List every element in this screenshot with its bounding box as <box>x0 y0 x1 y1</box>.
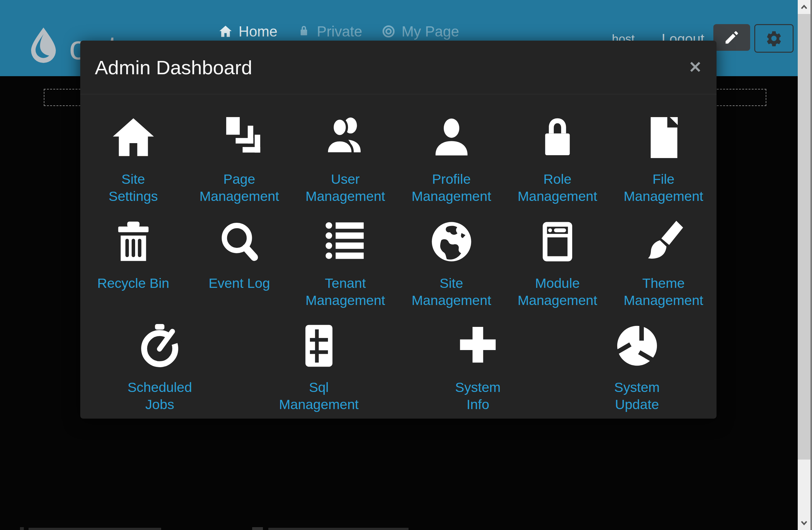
tile-theme-management[interactable]: Theme Management <box>611 213 716 309</box>
aperture-icon <box>612 317 662 370</box>
lock-icon <box>296 24 311 39</box>
footer-fragment <box>252 527 263 530</box>
tile-label: User Management <box>305 170 385 205</box>
tile-tenant-management[interactable]: Tenant Management <box>292 213 398 309</box>
tile-site-management[interactable]: Site Management <box>398 213 504 309</box>
nav-item-label: Home <box>238 23 277 40</box>
tile-label: Theme Management <box>624 274 703 309</box>
scrollbar-thumb[interactable] <box>798 14 810 460</box>
gear-icon <box>765 29 783 47</box>
tile-label: Tenant Management <box>305 274 385 309</box>
tile-label: Site Settings <box>108 170 158 205</box>
trash-icon <box>109 213 158 266</box>
tile-file-management[interactable]: File Management <box>611 109 716 205</box>
home-icon <box>218 24 233 39</box>
tile-label: Module Management <box>518 274 597 309</box>
vertical-scrollbar[interactable] <box>798 0 812 530</box>
pages-icon <box>215 109 264 162</box>
nav-item-my-page[interactable]: My Page <box>381 23 459 40</box>
person-icon <box>427 109 476 162</box>
spreadsheet-icon <box>294 317 344 370</box>
scroll-down-button[interactable] <box>798 516 810 530</box>
chevron-down-icon <box>800 520 808 526</box>
tile-recycle-bin[interactable]: Recycle Bin <box>80 213 186 309</box>
globe-icon <box>427 213 476 266</box>
nav-item-home[interactable]: Home <box>218 23 277 40</box>
tile-user-management[interactable]: User Management <box>292 109 398 205</box>
chevron-up-icon <box>800 4 808 10</box>
footer-fragment <box>269 528 408 530</box>
tile-label: Page Management <box>200 170 279 205</box>
tile-label: Event Log <box>209 274 270 292</box>
target-icon <box>381 24 396 39</box>
nav-item-private[interactable]: Private <box>296 23 362 40</box>
modal-header: Admin Dashboard ✕ <box>80 41 716 94</box>
settings-button[interactable] <box>754 24 794 53</box>
tile-system-update[interactable]: System Update <box>557 317 717 413</box>
tile-page-management[interactable]: Page Management <box>186 109 292 205</box>
tile-label: Scheduled Jobs <box>128 378 192 413</box>
tile-label: Recycle Bin <box>97 274 169 292</box>
pencil-icon <box>724 29 740 46</box>
nav-item-label: My Page <box>402 23 459 40</box>
close-icon[interactable]: ✕ <box>688 59 702 75</box>
nav-item-label: Private <box>317 23 362 40</box>
magnifier-icon <box>215 213 264 266</box>
footer-fragment <box>29 528 161 530</box>
tile-scheduled-jobs[interactable]: Scheduled Jobs <box>80 317 240 413</box>
tile-label: Site Management <box>412 274 491 309</box>
cut-off-footer <box>0 526 798 530</box>
browser-icon <box>533 213 582 266</box>
droplet-logo-icon <box>23 18 64 72</box>
tile-module-management[interactable]: Module Management <box>504 213 610 309</box>
home-icon <box>109 109 158 162</box>
tile-row: Scheduled Jobs Sql Management <box>80 317 716 413</box>
tile-label: Profile Management <box>412 170 491 205</box>
tile-profile-management[interactable]: Profile Management <box>398 109 504 205</box>
tile-sql-management[interactable]: Sql Management <box>240 317 399 413</box>
page: oqtane Home Private M <box>0 0 812 530</box>
tile-role-management[interactable]: Role Management <box>504 109 610 205</box>
tile-label: System Info <box>455 378 501 413</box>
admin-dashboard-modal: Admin Dashboard ✕ Site Settings P <box>80 41 716 419</box>
edit-mode-button[interactable] <box>713 24 750 51</box>
window-edge <box>810 0 812 530</box>
tile-row: Recycle Bin Event Log <box>80 213 716 309</box>
scroll-up-button[interactable] <box>798 0 810 14</box>
tile-site-settings[interactable]: Site Settings <box>80 109 186 205</box>
tile-event-log[interactable]: Event Log <box>186 213 292 309</box>
lock-icon <box>533 109 582 162</box>
tile-row: Site Settings Page Management <box>80 109 716 205</box>
main-nav: Home Private My Page <box>218 23 459 40</box>
timer-icon <box>135 317 184 370</box>
tile-label: Sql Management <box>279 378 359 413</box>
list-icon <box>321 213 370 266</box>
tile-label: System Update <box>614 378 660 413</box>
file-icon <box>639 109 688 162</box>
tile-label: Role Management <box>518 170 597 205</box>
brush-icon <box>639 213 688 266</box>
tile-system-info[interactable]: System Info <box>398 317 557 413</box>
tile-label: File Management <box>624 170 703 205</box>
medical-cross-icon <box>453 317 503 370</box>
users-icon <box>321 109 370 162</box>
modal-title: Admin Dashboard <box>95 56 252 79</box>
footer-fragment <box>20 527 24 530</box>
